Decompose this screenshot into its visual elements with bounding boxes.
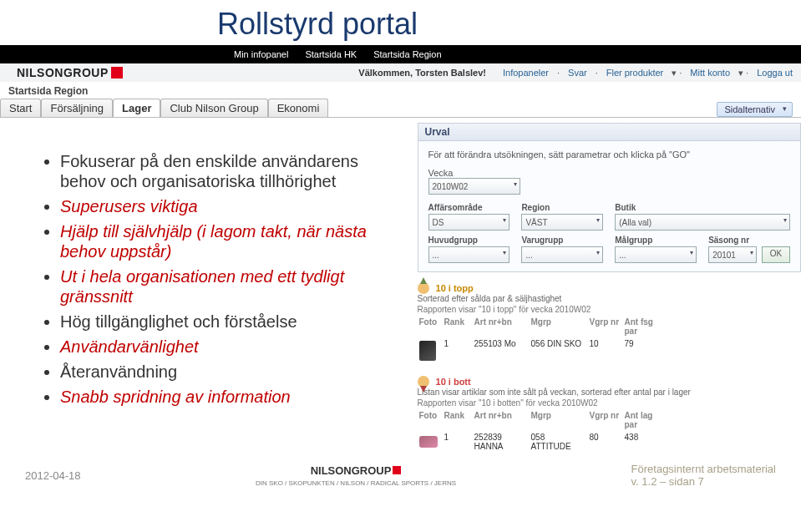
aff-select[interactable]: DS [428, 214, 510, 231]
product-thumb-icon [419, 341, 436, 361]
bullet: Snabb spridning av information [60, 387, 401, 407]
report-bot-hdr: Rapporten visar "10 i botten" för vecka … [418, 398, 801, 408]
panel-title: Urval [418, 124, 800, 141]
footer-date: 2012-04-18 [25, 469, 81, 482]
link-infopaneler[interactable]: Infopaneler [503, 68, 549, 78]
bullet: Hög tillgänglighet och förståelse [60, 312, 401, 332]
page-options-dropdown[interactable]: Sidalternativ [717, 102, 793, 117]
mg-select[interactable]: ... [615, 246, 697, 263]
vg-select[interactable]: ... [521, 246, 603, 263]
butik-label: Butik [615, 203, 790, 212]
header-bar: NILSONGROUP Välkommen, Torsten Balslev! … [0, 63, 801, 82]
arrow-down-icon [418, 376, 429, 388]
footer-note: Företagsinternt arbetsmaterialv. 1.2 – s… [631, 463, 776, 488]
bullet: Ut i hela organisationen med ett tydligt… [60, 266, 401, 307]
hg-select[interactable]: ... [428, 246, 510, 263]
vecka-select[interactable]: 2010W02 [428, 178, 520, 195]
report-top-sub: Sorterad efter sålda par & säljhastighet [418, 294, 801, 303]
bullet-list: Fokuserar på den enskilde användarens be… [42, 151, 401, 407]
report-bot-title: 10 i bott [436, 377, 471, 387]
slide-title: Rollstyrd portal [217, 7, 801, 42]
welcome-text: Välkommen, Torsten Balslev! [358, 68, 486, 78]
link-svar[interactable]: Svar [568, 68, 587, 78]
arrow-up-icon [418, 282, 429, 294]
bullet: Hjälp till självhjälp (i lagom takt, när… [60, 221, 401, 261]
link-fler-produkter[interactable]: Fler produkter [606, 68, 663, 78]
report-bot-sub: Listan visar artiklar som inte sålt på v… [418, 388, 801, 397]
tab-start[interactable]: Start [0, 99, 41, 117]
report-top: 10 i topp Sorterad efter sålda par & säl… [418, 282, 801, 366]
bullet: Återanvändning [60, 362, 401, 382]
bullet: Superusers viktiga [60, 196, 401, 216]
topnav-item[interactable]: Startsida HK [305, 49, 357, 59]
footer-logo: NILSONGROUP DIN SKO / SKOPUNKTEN / NILSO… [256, 464, 456, 487]
tab-lager[interactable]: Lager [113, 99, 160, 117]
brand-logo: NILSONGROUP [8, 66, 131, 79]
topnav-item[interactable]: Min infopanel [234, 49, 288, 59]
slide-footer: 2012-04-18 NILSONGROUP DIN SKO / SKOPUNK… [0, 454, 801, 493]
report-bot-table: FotoRankArt nr+bnMgrpVgrp nrAnt lag par … [418, 409, 801, 454]
report-top-table: FotoRankArt nr+bnMgrpVgrp nrAnt fsg par … [418, 316, 801, 366]
tab-forsaljning[interactable]: Försäljning [41, 99, 113, 117]
region-select[interactable]: VÄST [521, 214, 603, 231]
region-label: Region [521, 203, 603, 212]
tab-club[interactable]: Club Nilson Group [160, 99, 267, 117]
vecka-label: Vecka [428, 168, 454, 178]
tab-strip: Start Försäljning Lager Club Nilson Grou… [0, 99, 801, 118]
top-nav-bar: Min infopanel Startsida HK Startsida Reg… [0, 45, 801, 63]
filter-panel: Urval För att förändra utsökningen, sätt… [418, 123, 801, 272]
report-bot: 10 i bott Listan visar artiklar som inte… [418, 376, 801, 454]
link-mitt-konto[interactable]: Mitt konto [690, 68, 730, 78]
butik-select[interactable]: (Alla val) [615, 214, 790, 231]
report-top-title: 10 i topp [436, 283, 474, 293]
report-top-hdr: Rapporten visar "10 i topp" för vecka 20… [418, 305, 801, 314]
mg-label: Målgrupp [615, 236, 697, 245]
tab-ekonomi[interactable]: Ekonomi [268, 99, 329, 117]
sasong-select[interactable]: 20101 [708, 246, 757, 263]
sasong-label: Säsong nr [708, 236, 757, 245]
bullet: Användarvänlighet [60, 337, 401, 357]
panel-hint: För att förändra utsökningen, sätt param… [428, 149, 790, 160]
bullet: Fokuserar på den enskilde användarens be… [60, 151, 401, 191]
hg-label: Huvudgrupp [428, 236, 510, 245]
product-thumb-icon [419, 436, 438, 448]
vg-label: Varugrupp [521, 236, 603, 245]
breadcrumb: Startsida Region [8, 85, 801, 97]
topnav-item[interactable]: Startsida Region [373, 49, 441, 59]
aff-label: Affärsområde [428, 203, 510, 212]
link-logga-ut[interactable]: Logga ut [757, 68, 793, 78]
ok-button[interactable]: OK [762, 246, 790, 263]
